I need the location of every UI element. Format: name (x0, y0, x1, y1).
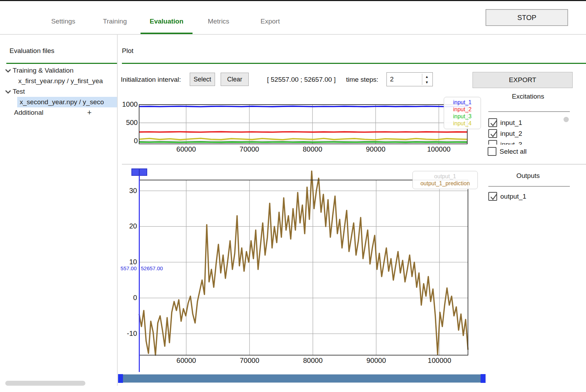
y-tick-label: 0 (116, 137, 138, 145)
range-left-handle[interactable] (118, 374, 123, 383)
y-tick-label: 30 (115, 187, 137, 195)
x-tick-label: 70000 (240, 357, 260, 365)
tree-item-additional[interactable]: Additional+ (0, 107, 117, 118)
checkbox-icon[interactable] (488, 140, 497, 145)
select-all-container: Select all (488, 146, 585, 157)
range-right-handle[interactable] (481, 374, 486, 383)
legend-entry-input_3[interactable]: input_3 (445, 113, 479, 120)
checkbox-row-input-2[interactable]: input_2 (488, 128, 586, 139)
tab-evaluation[interactable]: Evaluation (150, 18, 183, 25)
chevron-down-icon[interactable] (5, 87, 13, 97)
checkbox-row-input-3[interactable]: input_3 (488, 139, 586, 145)
files-title-underline (6, 63, 117, 64)
spinner-up-icon[interactable]: ▲ (422, 74, 431, 79)
x-tick-label: 100000 (428, 357, 451, 365)
select-interval-button[interactable]: Select (190, 73, 215, 86)
y-tick-label: -10 (115, 330, 137, 338)
x-tick-label: 100000 (427, 145, 451, 153)
series-input_3 (139, 142, 467, 142)
chevron-down-icon[interactable] (5, 66, 13, 76)
tree-item-x-second-year-npy-y-seco[interactable]: x_second_year.npy / y_seco (17, 97, 117, 107)
checkbox-row-select-all[interactable]: Select all (488, 146, 585, 157)
outputs-checkbox-list: output_1 (488, 191, 586, 202)
app-window: Settings Training Evaluation Metrics Exp… (0, 0, 586, 392)
time-steps-label: time steps: (346, 71, 378, 88)
output-chart[interactable] (122, 166, 481, 374)
checkbox-label: input_3 (500, 141, 522, 145)
checkbox-row-input-1[interactable]: input_1 (488, 117, 586, 128)
legend-entry-output_1_prediction[interactable]: output_1_prediction (414, 180, 476, 187)
x-tick-label: 90000 (366, 357, 386, 365)
series-input_4 (139, 138, 467, 140)
outputs-divider (488, 186, 570, 187)
tree-item-test[interactable]: Test (0, 86, 117, 97)
checkbox-label: input_1 (500, 119, 522, 127)
tree-item-label: x_first_year.npy / y_first_yea (18, 77, 103, 85)
time-steps-value[interactable]: 2 (390, 73, 394, 86)
y-tick-label: 0 (115, 294, 137, 302)
x-tick-label: 90000 (366, 145, 385, 153)
outputs-title: Outputs (470, 172, 586, 180)
window-top-edge (0, 0, 586, 1)
checkbox-icon[interactable] (488, 147, 496, 156)
x-tick-label: 60000 (176, 357, 196, 365)
init-interval-marker-line[interactable] (139, 168, 140, 372)
checkbox-checked-icon[interactable] (488, 129, 497, 138)
checkbox-checked-icon[interactable] (488, 192, 497, 201)
x-tick-label: 80000 (303, 357, 323, 365)
evaluation-files-title: Evaluation files (9, 47, 54, 55)
stop-button[interactable]: STOP (486, 9, 568, 26)
interval-start-label: 557.00 (105, 265, 137, 271)
spinner-down-icon[interactable]: ▼ (422, 79, 431, 85)
tree-item-training-validation[interactable]: Training & Validation (0, 65, 117, 76)
x-tick-label: 80000 (303, 145, 323, 153)
tab-metrics[interactable]: Metrics (208, 18, 229, 25)
plot-title-underline (122, 63, 586, 64)
chart-section-divider (122, 164, 586, 165)
tree-item-label: x_second_year.npy / y_seco (20, 98, 104, 106)
legend-entry-input_4[interactable]: input_4 (445, 120, 479, 127)
checkbox-label: output_1 (500, 193, 526, 200)
tree-item-label: Test (13, 88, 25, 95)
checkbox-row-output-1[interactable]: output_1 (488, 191, 586, 202)
legend-entry-output_1[interactable]: output_1 (414, 173, 476, 180)
add-file-button[interactable]: + (87, 107, 92, 118)
excitations-divider (488, 111, 570, 112)
time-steps-spinner[interactable]: 2 ▲ ▼ (386, 72, 433, 86)
output-chart-legend: output_1output_1_prediction (412, 171, 478, 189)
tree-item-label: Training & Validation (13, 67, 73, 74)
tab-training[interactable]: Training (103, 18, 127, 25)
export-button[interactable]: EXPORT (473, 72, 573, 88)
series-input_1 (139, 106, 467, 107)
x-tick-label: 70000 (240, 145, 259, 153)
inputs-chart[interactable] (122, 95, 480, 147)
tree-item-x-first-year-npy-y-first-yea[interactable]: x_first_year.npy / y_first_yea (0, 76, 117, 86)
excitations-checkbox-list: input_1input_2input_3 (488, 117, 586, 145)
init-interval-label: Initialization interval: (121, 71, 181, 88)
spinner-arrows: ▲ ▼ (422, 74, 431, 85)
header-divider (0, 34, 586, 35)
tab-export[interactable]: Export (261, 18, 280, 25)
interval-end-label: 52657.00 (141, 265, 163, 271)
init-interval-marker-handle[interactable] (131, 168, 147, 176)
series-output_1_prediction (139, 171, 468, 356)
excitations-title: Excitations (470, 93, 586, 100)
interval-range-text: [ 52557.00 ; 52657.00 ] (267, 71, 336, 88)
files-horizontal-scrollbar[interactable] (5, 381, 85, 386)
checkbox-label: Select all (500, 148, 527, 155)
tree-item-label: Additional (14, 109, 43, 116)
x-tick-label: 60000 (176, 145, 196, 153)
checkbox-label: input_2 (500, 130, 522, 138)
file-tree: Training & Validationx_first_year.npy / … (0, 65, 117, 118)
y-tick-label: 10 (115, 258, 137, 266)
plot-title: Plot (122, 47, 134, 55)
checkbox-checked-icon[interactable] (488, 118, 497, 127)
chart-range-scrollbar[interactable] (123, 374, 481, 383)
excitations-scroll-thumb[interactable] (564, 117, 569, 122)
clear-interval-button[interactable]: Clear (221, 73, 249, 86)
tab-settings[interactable]: Settings (51, 18, 76, 25)
legend-entry-input_2[interactable]: input_2 (445, 106, 479, 113)
y-tick-label: 500 (116, 119, 138, 127)
series-input_2 (139, 132, 467, 132)
y-tick-label: 1000 (116, 100, 138, 108)
